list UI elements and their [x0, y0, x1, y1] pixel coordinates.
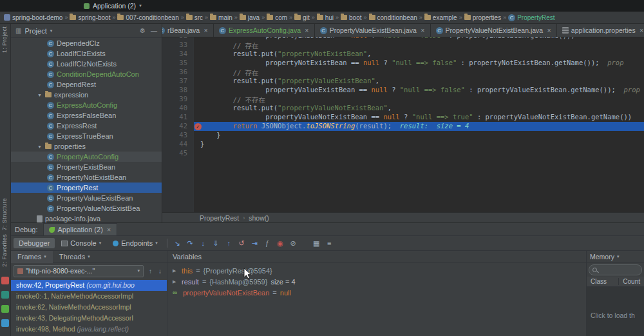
editor-code-lines[interactable]: propertyExistBean == null ? "null ==> fa… [193, 37, 644, 212]
restore-layout-icon[interactable]: ▦ [310, 239, 323, 248]
variable-row[interactable]: ▶result={HashMap@5959} size = 4 [167, 276, 586, 287]
expand-arrow-icon[interactable]: ▶ [173, 279, 178, 284]
editor-code-area[interactable]: 3233343536373839404142434445 propertyExi… [162, 37, 644, 212]
frame-row[interactable]: invoke:43, DelegatingMethodAccessorI [11, 313, 167, 324]
frame-row[interactable]: invoke:498, Method (java.lang.reflect) [11, 324, 167, 335]
run-to-cursor-icon[interactable]: ⇥ [249, 239, 261, 248]
tree-item[interactable]: CDependedClz [11, 38, 162, 48]
hide-panel-icon[interactable]: — [151, 27, 157, 34]
memory-body[interactable]: Click to load th [587, 287, 644, 336]
editor-tab[interactable]: CPropertyValueExistBean.java✕ [315, 24, 431, 37]
frames-tab-frames[interactable]: Frames▾ [11, 251, 53, 263]
breakpoint-icon[interactable]: ✓ [194, 123, 202, 130]
previous-frame-icon[interactable]: ↑ [146, 268, 155, 275]
tree-item[interactable]: CExpressRest [11, 121, 162, 131]
next-frame-icon[interactable]: ↓ [156, 268, 164, 275]
frame-row[interactable]: invoke:62, NativeMethodAccessorImpl [11, 302, 167, 313]
memory-search-input[interactable] [589, 264, 642, 275]
debug-tab-debugger[interactable]: Debugger [14, 238, 55, 248]
more-options-icon[interactable]: ≡ [323, 239, 336, 247]
code-line[interactable]: propertyValueExistBean == null ? "null =… [194, 86, 644, 95]
tree-caret-icon[interactable]: ▼ [37, 144, 43, 149]
tree-item[interactable]: CPropertyValueExistBean [11, 193, 162, 203]
evaluate-expression-icon[interactable]: ƒ [261, 239, 274, 247]
step-over-icon[interactable]: ↷ [184, 239, 196, 248]
tree-item[interactable]: CConditionDependAutoCon [11, 69, 162, 79]
editor-gutter[interactable]: 3233343536373839404142434445 [162, 37, 193, 212]
editor-tab[interactable]: CExpressAutoConfig.java✕ [214, 24, 315, 37]
breadcrumb-item[interactable]: properties [464, 14, 501, 21]
tree-item[interactable]: package-info.java [11, 213, 162, 222]
tree-item[interactable]: CPropertyAutoConfig [11, 152, 162, 162]
memory-title[interactable]: Memory [590, 253, 614, 261]
breadcrumb-item[interactable]: com [267, 14, 287, 21]
tree-item[interactable]: CDependRest [11, 79, 162, 90]
breadcrumb-item[interactable]: spring-boot-demo [4, 14, 62, 21]
code-line[interactable] [194, 149, 644, 158]
tree-item[interactable]: CPropertyNotExistBean [11, 172, 162, 183]
code-line[interactable]: } [194, 140, 644, 149]
breadcrumb-item[interactable]: spring-boot [70, 14, 110, 21]
breadcrumb-item[interactable]: git [294, 14, 310, 21]
breadcrumb-item[interactable]: example [424, 14, 457, 21]
view-breakpoints-icon[interactable]: ◉ [274, 239, 287, 248]
tab-close-icon[interactable]: ✕ [639, 28, 644, 34]
run-config-selector[interactable]: Application (2) [93, 2, 136, 10]
tree-caret-icon[interactable]: ▼ [37, 93, 43, 97]
expand-arrow-icon[interactable]: ▶ [173, 268, 178, 273]
tree-item[interactable]: CPropertyExistBean [11, 162, 162, 172]
tab-close-icon[interactable]: ✕ [204, 28, 208, 34]
code-line[interactable]: // 存在 [194, 68, 644, 77]
debug-session-tab[interactable]: Application (2) ✕ [43, 223, 117, 235]
frame-row[interactable]: show:42, PropertyRest (com.git.hui.boo [11, 280, 167, 291]
code-line[interactable]: result.put("propertyValueExistBean", [194, 77, 644, 86]
step-into-icon[interactable]: ↓ [197, 239, 209, 247]
breadcrumb-item[interactable]: conditionbean [369, 14, 417, 21]
project-panel-title[interactable]: Project [24, 27, 46, 35]
drop-frame-icon[interactable]: ↺ [236, 239, 248, 248]
frame-row[interactable]: invoke0:-1, NativeMethodAccessorImpl [11, 291, 167, 302]
code-line[interactable]: propertyNotExistBean == null ? "null ==>… [194, 59, 644, 68]
tab-close-icon[interactable]: ✕ [305, 28, 309, 34]
chevron-down-icon[interactable]: ▾ [50, 28, 53, 34]
breadcrumb-item[interactable]: java [240, 14, 260, 21]
breadcrumb-method[interactable]: show() [249, 214, 269, 222]
editor-tab[interactable]: CPropertyValueNotExistBean.java✕ [431, 24, 557, 37]
debug-tab-endpoints[interactable]: Endpoints▾ [108, 238, 162, 248]
debug-tab-console[interactable]: Console▾ [56, 238, 106, 248]
tab-close-icon[interactable]: ✕ [547, 28, 551, 34]
code-line[interactable]: result.put("propertyValueNotExistBean", [194, 104, 644, 113]
tree-item[interactable]: CLoadIfClzExists [11, 48, 162, 59]
tool-button-structure[interactable]: 7: Structure [1, 198, 8, 230]
breadcrumb-item[interactable]: 007-conditionbean [117, 14, 178, 21]
breadcrumb-item[interactable]: src [186, 14, 203, 21]
memory-column-class[interactable]: Class [591, 278, 607, 285]
settings-gear-icon[interactable]: ⚙ [140, 27, 146, 34]
breadcrumb-item[interactable]: hui [317, 14, 334, 21]
tree-item[interactable]: CPropertyRest [11, 183, 162, 193]
tool-square-teal[interactable] [1, 291, 9, 299]
code-line[interactable]: // 不存在 [194, 95, 644, 104]
tool-square-blue[interactable] [1, 319, 9, 327]
editor-tab[interactable]: CrBean.java✕ [162, 24, 214, 37]
tool-button-favorites[interactable]: 2: Favorites [1, 234, 8, 267]
memory-column-count[interactable]: Count [618, 278, 640, 285]
code-line[interactable]: } [194, 131, 644, 140]
close-icon[interactable]: ✕ [107, 227, 111, 233]
breadcrumb-item[interactable]: boot [341, 14, 361, 21]
tree-item[interactable]: CPropertyValueNotExistBea [11, 203, 162, 213]
tree-item[interactable]: CExpressAutoConfig [11, 100, 162, 110]
show-execution-point-icon[interactable]: ↘ [171, 239, 184, 248]
code-line[interactable]: result.put("propertyNotExistBean", [194, 50, 644, 59]
mute-breakpoints-icon[interactable]: ⊘ [287, 239, 299, 248]
editor-tab[interactable]: application.properties✕ [557, 24, 644, 37]
tree-item[interactable]: CExpressFalseBean [11, 110, 162, 121]
variable-row[interactable]: ▶this={PropertyRest@5954} [167, 265, 586, 276]
breadcrumb-class[interactable]: PropertyRest [200, 214, 239, 222]
tool-square-green[interactable] [1, 305, 9, 313]
thread-selector[interactable]: "http-nio-8080-exec-..." ▾ [14, 265, 144, 277]
breadcrumb-item[interactable]: main [210, 14, 232, 21]
tree-item[interactable]: ▼expression [11, 90, 162, 100]
tree-item[interactable]: CLoadIfClzNotExists [11, 59, 162, 69]
tree-item[interactable]: CExpressTrueBean [11, 131, 162, 141]
